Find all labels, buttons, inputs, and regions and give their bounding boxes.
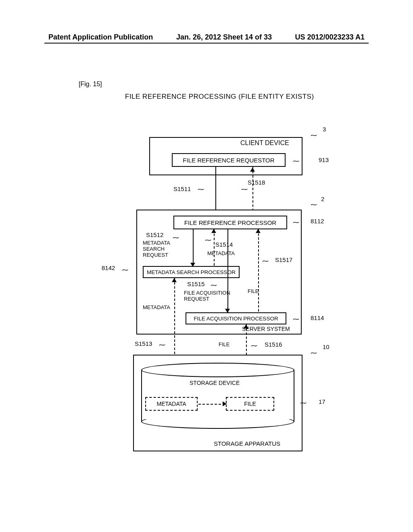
arrow-line: [258, 229, 259, 312]
leader-icon: ⁓: [122, 266, 128, 274]
arrow-up-icon: [211, 229, 216, 233]
storage-device-label: STORAGE DEVICE: [190, 380, 240, 386]
step-s1517: S1517: [275, 256, 292, 263]
file-reference-processor-box: FILE REFERENCE PROCESSOR: [173, 216, 287, 229]
step-s1512: S1512: [146, 231, 163, 238]
figure-label: [Fig. 15]: [79, 81, 102, 88]
file-acq-proc-ref: 8114: [311, 314, 324, 321]
metadata-label: METADATA: [207, 251, 235, 257]
storage-device-ref: 17: [319, 398, 325, 405]
leader-icon: ⁓: [159, 341, 165, 349]
leader-icon: ⁓: [293, 157, 299, 165]
metadata-cell: METADATA: [145, 397, 198, 411]
arrow-line: [214, 229, 215, 266]
file-label-s1516: FILE: [219, 342, 229, 348]
metadata-side-label: METADATA: [143, 305, 170, 311]
storage-device-cylinder: [141, 363, 294, 429]
step-s1515: S1515: [187, 281, 204, 287]
file-cell: FILE: [226, 397, 274, 411]
metadata-search-processor-box: METADATA SEARCH PROCESSOR: [143, 266, 240, 278]
arrow-line: [252, 167, 253, 215]
file-reference-requestor-box: FILE REFERENCE REQUESTOR: [172, 153, 286, 167]
leader-icon: ⁓: [311, 201, 317, 208]
client-ref-num: 3: [323, 126, 326, 133]
step-s1511: S1511: [173, 185, 191, 192]
step-s1518: S1518: [248, 179, 265, 186]
header-right: US 2012/0023233 A1: [295, 33, 365, 42]
leader-icon: ⁓: [198, 185, 204, 193]
leader-icon: ⁓: [262, 257, 269, 265]
storage-ref-num: 10: [323, 343, 330, 350]
figure-title: FILE REFERENCE PROCESSING (FILE ENTITY E…: [125, 93, 314, 101]
leader-icon: ⁓: [311, 349, 317, 357]
leader-icon: ⁓: [173, 234, 179, 241]
metadata-search-request-label: METADATA SEARCH REQUEST: [143, 240, 170, 258]
arrow-right-icon: [223, 401, 227, 406]
requestor-ref-num: 913: [319, 156, 329, 163]
leader-icon: ⁓: [251, 342, 257, 349]
header-center: Jan. 26, 2012 Sheet 14 of 33: [176, 33, 272, 42]
step-s1516: S1516: [265, 341, 282, 348]
step-s1514: S1514: [215, 241, 233, 248]
meta-search-proc-ref: 8142: [102, 264, 115, 271]
arrow-line: [193, 229, 194, 266]
file-ref-proc-ref: 8112: [311, 218, 324, 224]
leader-icon: ⁓: [311, 131, 317, 139]
header-left: Patent Application Publication: [48, 33, 153, 42]
leader-icon: ⁓: [241, 185, 248, 193]
leader-icon: ⁓: [293, 315, 299, 323]
client-device-title: CLIENT DEVICE: [240, 139, 289, 147]
file-acquisition-processor-box: FILE ACQUISITION PROCESSOR: [186, 312, 286, 324]
step-s1513: S1513: [135, 340, 152, 347]
arrow-line: [198, 404, 225, 405]
server-system-label: SERVER SYSTEM: [242, 326, 290, 332]
leader-icon: ⁓: [211, 281, 217, 289]
leader-icon: ⁓: [205, 236, 211, 244]
leader-icon: ⁓: [293, 218, 299, 226]
arrow-up-icon: [172, 278, 177, 282]
file-label-s1517: FILE: [248, 289, 259, 295]
server-ref-num: 2: [321, 195, 324, 202]
header-divider: [44, 43, 369, 44]
arrow-up-icon: [250, 168, 255, 172]
arrow-up-icon: [244, 324, 248, 328]
storage-apparatus-label: STORAGE APPARATUS: [214, 440, 280, 447]
arrow-line: [215, 167, 216, 215]
file-acquisition-request-label: FILE ACQUISITION REQUEST: [184, 290, 230, 302]
leader-icon: ⁓: [300, 399, 307, 407]
arrow-up-icon: [256, 229, 261, 233]
